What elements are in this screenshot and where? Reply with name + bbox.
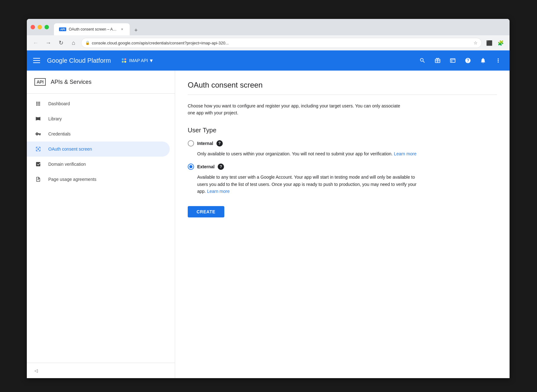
create-button[interactable]: CREATE [188, 206, 224, 217]
back-button[interactable]: ← [31, 38, 41, 48]
top-nav: Google Cloud Platform IMAP API ▾ [27, 50, 510, 71]
user-type-section-title: User Type [188, 127, 497, 134]
page-title: OAuth consent screen [188, 81, 497, 95]
external-description: Available to any test user with a Google… [197, 174, 418, 195]
tab-close-button[interactable]: × [120, 27, 125, 32]
search-button[interactable] [416, 54, 429, 67]
collapse-icon: ◁ [34, 368, 38, 373]
url-bar[interactable]: 🔒 console.cloud.google.com/apis/credenti… [81, 38, 482, 48]
top-nav-actions [416, 54, 505, 67]
hamburger-menu-button[interactable] [32, 55, 42, 66]
domain-verify-icon [34, 160, 42, 168]
library-icon [34, 115, 42, 123]
browser-tab[interactable]: API OAuth consent screen – APIs & × [54, 23, 130, 35]
home-button[interactable]: ⌂ [68, 38, 79, 48]
extensions-menu-button[interactable]: ⬛ [484, 38, 494, 48]
url-text: console.cloud.google.com/apis/credential… [92, 41, 472, 45]
more-vert-icon [495, 57, 501, 64]
oauth-icon [34, 145, 42, 153]
internal-label: Internal [197, 141, 213, 146]
project-icon [121, 57, 127, 64]
sidebar-item-domain-verification[interactable]: Domain verification [27, 157, 170, 172]
svg-point-0 [38, 148, 39, 150]
bell-icon [480, 57, 486, 64]
internal-radio-button[interactable] [188, 140, 194, 147]
secure-icon: 🔒 [85, 41, 90, 45]
help-button[interactable] [462, 54, 474, 67]
external-radio-button[interactable] [188, 164, 194, 170]
sidebar-title: APIs & Services [51, 79, 91, 85]
sidebar-footer: ◁ [27, 363, 175, 378]
api-logo: API [34, 78, 46, 86]
content-layout: API APIs & Services Dashboard [27, 71, 510, 378]
forward-button[interactable]: → [43, 38, 53, 48]
bookmark-icon[interactable]: ☆ [474, 40, 478, 45]
project-name: IMAP API [129, 58, 148, 63]
more-options-button[interactable] [492, 54, 505, 67]
project-dots [122, 58, 126, 63]
minimize-window-button[interactable] [38, 25, 42, 29]
sidebar-item-dashboard[interactable]: Dashboard [27, 96, 170, 111]
external-radio-option[interactable]: External ? [188, 164, 497, 170]
sidebar-oauth-label: OAuth consent screen [48, 147, 92, 152]
sidebar-item-library[interactable]: Library [27, 111, 170, 126]
external-help-icon[interactable]: ? [218, 164, 224, 170]
tab-api-badge: API [59, 27, 66, 31]
external-label: External [197, 164, 215, 169]
sidebar-page-usage-label: Page usage agreements [48, 177, 97, 182]
cloud-shell-button[interactable] [446, 54, 459, 67]
page-usage-icon [34, 176, 42, 183]
sidebar-domain-label: Domain verification [48, 162, 86, 167]
search-icon [419, 57, 426, 64]
browser-toolbar: ⬛ 🧩 [484, 38, 506, 48]
tab-title: OAuth consent screen – APIs & [69, 27, 117, 32]
maximize-window-button[interactable] [44, 25, 49, 29]
sidebar-library-label: Library [48, 116, 62, 121]
sidebar-nav: Dashboard Library Credentials [27, 94, 175, 363]
internal-radio-option[interactable]: Internal ? [188, 140, 497, 147]
project-selector[interactable]: IMAP API ▾ [118, 56, 155, 65]
collapse-sidebar-button[interactable]: ◁ [34, 368, 167, 373]
close-window-button[interactable] [31, 25, 35, 29]
browser-window: API OAuth consent screen – APIs & × + ← … [27, 19, 510, 378]
sidebar-item-oauth-consent[interactable]: OAuth consent screen [27, 141, 170, 157]
internal-learn-more-link[interactable]: Learn more [394, 151, 416, 156]
tab-bar: API OAuth consent screen – APIs & × + [54, 19, 141, 35]
whats-new-button[interactable] [431, 54, 444, 67]
traffic-lights [31, 25, 49, 29]
internal-help-icon[interactable]: ? [216, 140, 223, 147]
project-dropdown-icon: ▾ [150, 57, 153, 64]
sidebar-item-credentials[interactable]: Credentials [27, 126, 170, 141]
brand-name: Google Cloud Platform [47, 57, 111, 64]
internal-description: Only available to users within your orga… [197, 150, 418, 157]
key-icon [34, 130, 42, 138]
main-content: OAuth consent screen Choose how you want… [175, 71, 510, 378]
dashboard-icon [34, 100, 42, 107]
app-area: Google Cloud Platform IMAP API ▾ [27, 50, 510, 378]
help-icon [465, 57, 471, 64]
new-tab-button[interactable]: + [131, 25, 141, 35]
sidebar-header: API APIs & Services [27, 71, 175, 94]
extensions-button[interactable]: 🧩 [496, 38, 506, 48]
page-description: Choose how you want to configure and reg… [188, 102, 409, 117]
reload-button[interactable]: ↻ [56, 38, 66, 48]
notifications-button[interactable] [477, 54, 489, 67]
title-bar: API OAuth consent screen – APIs & × + [27, 19, 510, 35]
gift-icon [434, 57, 441, 64]
sidebar-item-page-usage[interactable]: Page usage agreements [27, 172, 170, 187]
sidebar-dashboard-label: Dashboard [48, 101, 70, 106]
external-learn-more-link[interactable]: Learn more [207, 189, 230, 194]
address-bar: ← → ↻ ⌂ 🔒 console.cloud.google.com/apis/… [27, 35, 510, 50]
sidebar-credentials-label: Credentials [48, 131, 71, 136]
sidebar: API APIs & Services Dashboard [27, 71, 175, 378]
terminal-icon [450, 57, 456, 64]
